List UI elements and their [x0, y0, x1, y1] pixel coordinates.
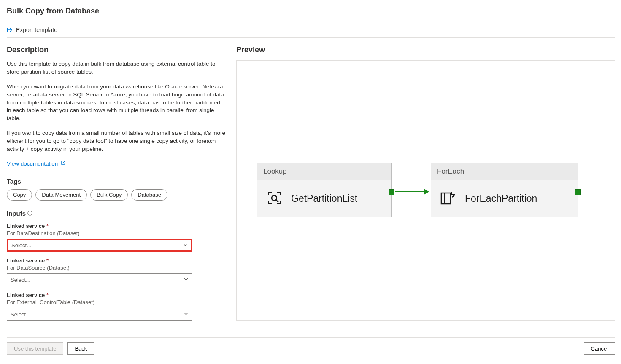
flow-arrow [395, 191, 425, 192]
node-name: GetPartitionList [291, 193, 357, 204]
view-documentation-link[interactable]: View documentation [7, 160, 66, 167]
node-type-label: ForEach [431, 163, 578, 180]
select-placeholder: Select... [11, 242, 31, 249]
field-label: Linked service * [7, 223, 226, 229]
foreach-icon [440, 190, 456, 208]
linked-service-field-controltable: Linked service * For External_ControlTab… [7, 292, 226, 321]
right-pane: Preview Lookup GetPartitionList [236, 46, 615, 327]
field-label: Linked service * [7, 257, 226, 264]
tag-pill[interactable]: Bulk Copy [90, 189, 128, 201]
page-title: Bulk Copy from Database [7, 7, 615, 16]
svg-line-5 [276, 200, 278, 202]
inputs-heading: Inputs [7, 210, 32, 217]
chevron-down-icon [183, 242, 188, 249]
field-label: Linked service * [7, 292, 226, 298]
tag-pill[interactable]: Data Movement [35, 189, 87, 201]
field-sublabel: For DataDestination (Dataset) [7, 230, 226, 236]
tags-heading: Tags [7, 178, 226, 185]
svg-rect-6 [441, 193, 451, 204]
left-pane: Description Use this template to copy da… [7, 46, 226, 327]
tag-pill[interactable]: Database [131, 189, 167, 201]
footer: Use this template Back Cancel [7, 337, 615, 355]
tag-pill[interactable]: Copy [7, 189, 32, 201]
info-icon[interactable] [27, 210, 32, 217]
inputs-heading-label: Inputs [7, 210, 26, 217]
svg-point-2 [30, 212, 30, 213]
linked-service-select-datasource[interactable]: Select... [7, 273, 192, 286]
export-template-label: Export template [16, 27, 57, 33]
use-this-template-button[interactable]: Use this template [7, 342, 63, 355]
tag-row: Copy Data Movement Bulk Copy Database [7, 189, 226, 201]
export-icon [7, 27, 14, 33]
description-paragraph: When you want to migrate data from your … [7, 83, 226, 123]
required-asterisk: * [46, 223, 49, 229]
preview-canvas[interactable]: Lookup GetPartitionList [236, 60, 615, 321]
lookup-node[interactable]: Lookup GetPartitionList [257, 163, 392, 217]
chevron-down-icon [184, 311, 189, 318]
view-documentation-label: View documentation [7, 161, 58, 167]
field-sublabel: For DataSource (Dataset) [7, 265, 226, 271]
cancel-button[interactable]: Cancel [584, 342, 615, 355]
node-connector-out[interactable] [389, 189, 394, 195]
svg-rect-0 [7, 28, 8, 32]
field-sublabel: For External_ControlTable (Dataset) [7, 299, 226, 305]
select-placeholder: Select... [11, 311, 30, 318]
required-asterisk: * [46, 257, 49, 264]
toolbar: Export template [7, 27, 615, 38]
node-type-label: Lookup [257, 163, 392, 180]
linked-service-select-controltable[interactable]: Select... [7, 308, 192, 321]
description-paragraph: If you want to copy data from a small nu… [7, 129, 226, 153]
description-paragraph: Use this template to copy data in bulk f… [7, 60, 226, 76]
node-connector-out[interactable] [575, 189, 581, 195]
back-button[interactable]: Back [68, 342, 94, 355]
linked-service-field-datasource: Linked service * For DataSource (Dataset… [7, 257, 226, 286]
export-template-button[interactable]: Export template [7, 27, 57, 33]
external-link-icon [60, 160, 66, 167]
linked-service-field-datadestination: Linked service * For DataDestination (Da… [7, 223, 226, 252]
lookup-icon [266, 190, 283, 208]
preview-heading: Preview [236, 46, 615, 54]
linked-service-select-datadestination[interactable]: Select... [7, 239, 192, 252]
svg-rect-3 [30, 213, 30, 214]
select-placeholder: Select... [11, 277, 30, 283]
node-name: ForEachPartition [465, 193, 537, 204]
foreach-node[interactable]: ForEach ForEachPartition [431, 163, 578, 217]
chevron-down-icon [184, 277, 189, 283]
description-heading: Description [7, 46, 226, 54]
required-asterisk: * [46, 292, 49, 298]
